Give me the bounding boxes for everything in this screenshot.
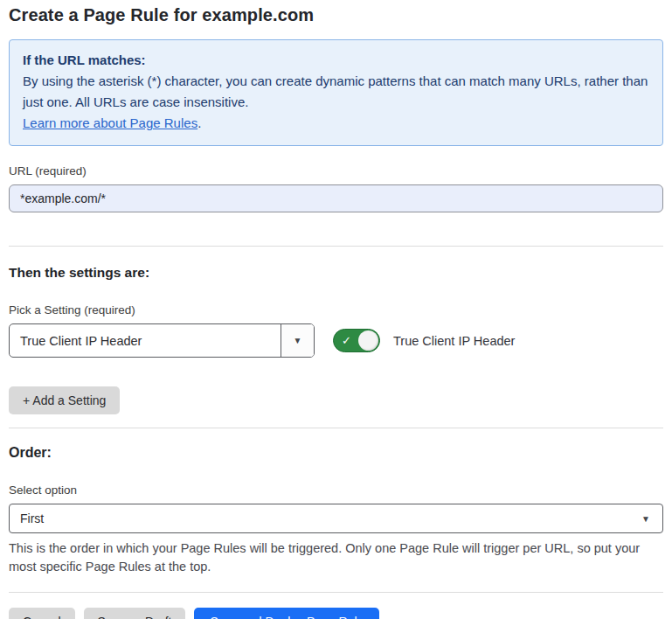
info-box-heading: If the URL matches: <box>23 50 649 71</box>
url-field-label: URL (required) <box>9 164 663 177</box>
chevron-down-icon: ▼ <box>294 336 302 345</box>
setting-row: True Client IP Header ▼ ✓ True Client IP… <box>9 323 663 358</box>
chevron-down-icon: ▼ <box>641 514 650 524</box>
add-setting-button[interactable]: + Add a Setting <box>9 386 120 414</box>
order-select-value: First <box>20 511 44 525</box>
footer-actions: Cancel Save as Draft Save and Deploy Pag… <box>9 608 663 619</box>
url-input[interactable] <box>9 184 663 212</box>
save-and-deploy-button[interactable]: Save and Deploy Page Rule <box>194 608 379 619</box>
order-help-text: This is the order in which your Page Rul… <box>9 539 663 576</box>
link-suffix: . <box>197 115 201 130</box>
divider <box>9 592 663 593</box>
info-box-link-line: Learn more about Page Rules. <box>23 113 649 134</box>
url-match-info-box: If the URL matches: By using the asteris… <box>9 39 663 146</box>
setting-dropdown-value: True Client IP Header <box>10 324 281 357</box>
pick-setting-label: Pick a Setting (required) <box>9 303 663 316</box>
order-section-heading: Order: <box>9 445 663 461</box>
divider <box>9 246 663 247</box>
setting-toggle[interactable]: ✓ <box>333 329 380 352</box>
order-select[interactable]: First ▼ <box>9 504 663 533</box>
page-title: Create a Page Rule for example.com <box>9 5 663 25</box>
cancel-button[interactable]: Cancel <box>9 608 75 619</box>
settings-section-heading: Then the settings are: <box>9 265 663 281</box>
info-box-body: By using the asterisk (*) character, you… <box>23 71 649 113</box>
toggle-knob <box>358 330 378 351</box>
setting-dropdown-arrow-box[interactable]: ▼ <box>281 324 314 357</box>
check-icon: ✓ <box>342 334 351 347</box>
page-rule-form: Create a Page Rule for example.com If th… <box>0 0 672 619</box>
divider <box>9 428 663 428</box>
save-as-draft-button[interactable]: Save as Draft <box>84 608 186 619</box>
select-option-label: Select option <box>9 483 663 497</box>
setting-toggle-label: True Client IP Header <box>393 334 515 348</box>
learn-more-link[interactable]: Learn more about Page Rules <box>23 115 197 130</box>
setting-dropdown[interactable]: True Client IP Header ▼ <box>9 323 315 358</box>
url-section: URL (required) <box>9 164 663 212</box>
